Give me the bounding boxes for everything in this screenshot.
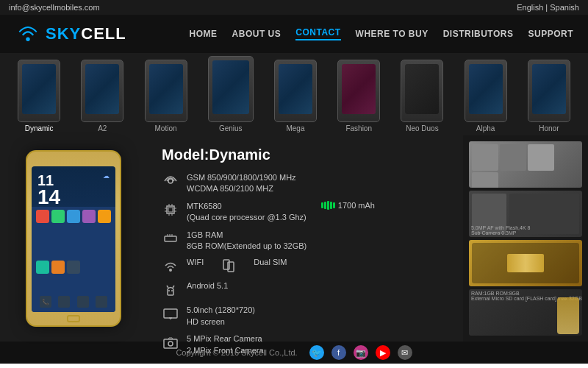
svg-rect-3 [168,208,173,212]
phone-item-dynamic[interactable]: Dynamic [18,60,60,135]
nav-distributors[interactable]: DISTRIBUTORS [443,29,514,39]
spec-ram-text: 1GB RAM 8GB ROM(Extended up to 32GB) [187,230,306,252]
spec-cpu: MTK6580 (Quad core processor @1.3 Ghz) 1… [162,201,448,224]
wifi-icon [162,258,179,275]
spec-screen-text: 5.0inch (1280*720) HD screen [187,305,255,328]
phone-label-dynamic: Dynamic [25,124,54,135]
phone-thumb-neoduos [401,60,443,122]
phone-item-neoduos[interactable]: Neo Duos [401,60,443,135]
phone-thumb-mega [274,60,317,122]
header: SKYCELL HOME ABOUT US CONTACT WHERE TO B… [0,15,588,53]
logo-cell: CELL [81,24,126,43]
wifi-label: WIFI [187,258,204,266]
facebook-icon[interactable]: f [331,345,346,360]
phone-label-fashion: Fashion [345,124,372,135]
phone-display: ☁ 📞 [0,135,147,342]
youtube-icon[interactable]: ▶ [376,345,390,360]
svg-rect-18 [228,262,234,272]
phone-label-neoduos: Neo Duos [406,124,438,135]
spec-gsm: GSM 850/900/1800/1900 MHz WCDMA 850/2100… [162,172,448,195]
svg-point-19 [168,290,170,291]
phone-label-alpha: Alpha [476,124,495,135]
right-panel: 5.0MP AF with Flash,4K 8Sub Camera 0.3MP… [463,135,588,342]
nav-support[interactable]: SUPPORT [528,29,573,39]
instagram-icon[interactable]: 📷 [354,345,368,360]
nav-home[interactable]: HOME [190,29,218,39]
phone-big-image: ☁ 📞 [26,150,121,327]
right-thumb-3 [469,240,582,286]
cpu-icon [162,201,179,219]
phone-item-a2[interactable]: A2 [81,60,123,135]
logo-icon [15,21,41,47]
svg-point-27 [168,342,173,346]
lang-english[interactable]: English [517,3,543,12]
screen-icon [162,305,179,322]
lang-separator: | [545,3,548,12]
phone-thumb-genius [208,56,254,122]
main-nav: HOME ABOUT US CONTACT WHERE TO BUY DISTR… [190,27,573,40]
right-thumb-1 [469,141,582,188]
phone-screen: ☁ 📞 [32,166,115,312]
home-button [67,315,80,322]
logo-sky: SKY [46,24,81,43]
spec-gsm-text: GSM 850/900/1800/1900 MHz WCDMA 850/2100… [187,172,296,195]
spec-android: Android 5.1 [162,281,448,299]
right-thumb-4: RAM:1GB ROM:8GBExternal Micro SD card [F… [469,289,582,336]
dual-sim-icon [218,258,239,274]
phone-thumb-fashion [337,60,380,122]
right-thumb-2: 5.0MP AF with Flash,4K 8Sub Camera 0.3MP [469,191,582,237]
svg-point-20 [171,290,173,291]
phone-label-mega: Mega [286,124,304,135]
phone-item-genius[interactable]: Genius [208,56,254,135]
phones-row: Dynamic A2 Motion Genius Mega Fashion Ne… [0,53,588,135]
battery-mah: 1700 mAh [338,201,375,210]
spec-wifi: WIFI Dual SIM [162,258,448,275]
svg-line-21 [167,286,168,288]
top-bar: info@skycellmobiles.com English | Spanis… [0,0,588,15]
battery-spec: 1700 mAh [321,201,375,210]
copyright-text: Copyright © 2016 Skycell Co.,Ltd. [176,348,297,357]
nav-contact[interactable]: CONTACT [295,27,340,40]
nav-where-to-buy[interactable]: WHERE TO BUY [356,29,429,39]
email-address: info@skycellmobiles.com [9,3,100,12]
phone-item-honor[interactable]: Honor [528,60,570,135]
phone-label-honor: Honor [539,124,559,135]
nav-about[interactable]: ABOUT US [232,29,282,39]
phone-label-a2: A2 [98,124,107,135]
phone-item-mega[interactable]: Mega [274,60,317,135]
android-label: Android 5.1 [187,281,228,290]
specs-panel: Model:Dynamic GSM 850/900/1800/1900 MHz … [147,135,463,342]
model-title: Model:Dynamic [162,146,448,163]
phone-thumb-alpha [465,60,507,122]
svg-point-1 [168,179,173,183]
phone-label-genius: Genius [219,124,243,135]
social-icons: 🐦 f 📷 ▶ ✉ [309,345,412,360]
phone-item-fashion[interactable]: Fashion [337,60,380,135]
svg-rect-26 [164,339,177,348]
email-icon[interactable]: ✉ [398,345,412,360]
phone-item-motion[interactable]: Motion [145,60,187,135]
ram-icon [162,230,179,247]
logo-text: SKYCELL [46,24,126,43]
lang-spanish[interactable]: Spanish [550,3,579,12]
svg-point-16 [169,269,172,272]
phone-thumb-dynamic [18,60,60,122]
spec-screen: 5.0inch (1280*720) HD screen [162,305,448,328]
twitter-icon[interactable]: 🐦 [309,345,324,360]
svg-line-22 [173,286,174,288]
phone-thumb-motion [145,60,187,122]
svg-point-0 [26,38,29,41]
phone-thumb-a2 [81,60,123,122]
gsm-icon [162,172,179,190]
language-selector[interactable]: English | Spanish [517,3,579,12]
svg-rect-17 [223,260,229,269]
dual-sim-label: Dual SIM [254,258,287,266]
android-icon [162,281,179,299]
svg-rect-12 [165,236,176,241]
main-content: ☁ 📞 [0,135,588,342]
spec-ram: 1GB RAM 8GB ROM(Extended up to 32GB) [162,230,448,252]
phone-label-motion: Motion [155,124,177,135]
logo[interactable]: SKYCELL [15,21,126,47]
phone-item-alpha[interactable]: Alpha [465,60,507,135]
spec-cpu-text: MTK6580 (Quad core processor @1.3 Ghz) [187,201,306,224]
